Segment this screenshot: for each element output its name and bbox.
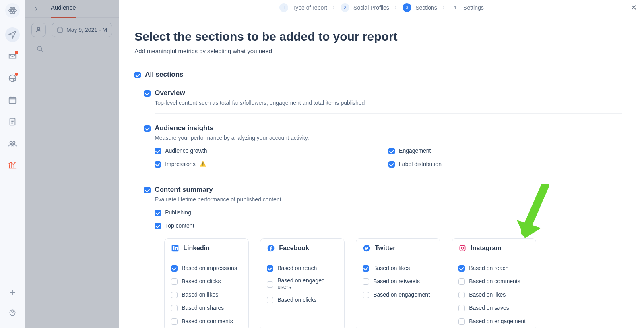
svg-point-13 bbox=[37, 46, 42, 51]
network-card-linkedin: LinkedinBased on impressionsBased on cli… bbox=[164, 238, 249, 328]
date-range-label: May 9, 2021 - M bbox=[66, 27, 107, 33]
checkbox-instagram-opt-1[interactable] bbox=[458, 278, 465, 285]
nav-help-icon[interactable] bbox=[5, 305, 20, 320]
option-label: Based on likes bbox=[469, 291, 506, 298]
nav-calendar-icon[interactable] bbox=[5, 93, 20, 107]
network-card-instagram: InstagramBased on reachBased on comments… bbox=[452, 238, 536, 328]
svg-point-9 bbox=[12, 141, 14, 144]
checkbox-twitter-opt-2[interactable] bbox=[363, 292, 369, 298]
wizard-stepper: 1 Type of report › 2 Social Profiles › 3… bbox=[119, 0, 644, 15]
svg-rect-6 bbox=[9, 98, 16, 104]
background-panel: Audience May 9, 2021 - M bbox=[25, 0, 119, 328]
profile-picker-button[interactable] bbox=[31, 23, 46, 37]
close-icon[interactable]: ✕ bbox=[631, 3, 637, 12]
step-1[interactable]: 1 Type of report bbox=[279, 3, 327, 12]
option-label: Based on likes bbox=[182, 291, 218, 298]
step-4[interactable]: 4 Settings bbox=[450, 3, 484, 12]
checkbox-overview[interactable] bbox=[144, 90, 151, 97]
step-2[interactable]: 2 Social Profiles bbox=[341, 3, 389, 12]
app-logo[interactable] bbox=[5, 3, 20, 18]
report-sections-modal: 1 Type of report › 2 Social Profiles › 3… bbox=[119, 0, 644, 328]
nav-add-icon[interactable] bbox=[7, 287, 18, 298]
nav-rail bbox=[0, 0, 25, 328]
network-card-header: Facebook bbox=[260, 239, 344, 258]
group-desc-overview: Top-level content such as total fans/fol… bbox=[155, 100, 644, 106]
checkbox-linkedin-opt-3[interactable] bbox=[171, 305, 178, 311]
option-label: Based on clicks bbox=[277, 297, 316, 303]
checkbox-facebook-opt-0[interactable] bbox=[267, 265, 273, 272]
checkbox-engagement[interactable] bbox=[388, 148, 395, 154]
option-label: Based on comments bbox=[469, 278, 520, 284]
network-name: Linkedin bbox=[183, 245, 210, 252]
chevron-right-icon: › bbox=[333, 4, 335, 11]
checkbox-instagram-opt-4[interactable] bbox=[458, 318, 465, 325]
svg-rect-12 bbox=[58, 28, 62, 32]
network-card-facebook: FacebookBased on reachBased on engaged u… bbox=[260, 238, 345, 328]
page-subtitle: Add meaningful metrics by selecting what… bbox=[134, 48, 644, 54]
step-3[interactable]: 3 Sections bbox=[402, 3, 437, 12]
checkbox-linkedin-opt-4[interactable] bbox=[171, 318, 178, 325]
nav-inbox-icon[interactable] bbox=[5, 49, 20, 64]
checkbox-content-summary[interactable] bbox=[144, 187, 151, 193]
all-sections-label: All sections bbox=[145, 71, 183, 79]
group-desc-audience: Measure your performance by analyzing yo… bbox=[155, 135, 644, 141]
checkbox-top-content[interactable] bbox=[155, 223, 161, 229]
page-title: Select the sections to be added to your … bbox=[134, 30, 644, 44]
svg-point-18 bbox=[461, 247, 464, 249]
checkbox-instagram-opt-2[interactable] bbox=[458, 292, 465, 298]
option-label: Based on engaged users bbox=[277, 277, 338, 290]
chevron-right-icon: › bbox=[443, 4, 445, 11]
network-card-header: Twitter bbox=[356, 239, 440, 258]
checkbox-twitter-opt-0[interactable] bbox=[363, 265, 369, 272]
date-range-picker[interactable]: May 9, 2021 - M bbox=[52, 23, 112, 37]
group-title-overview: Overview bbox=[155, 89, 185, 97]
checkbox-impressions[interactable] bbox=[155, 161, 161, 168]
option-label: Based on reach bbox=[469, 265, 508, 271]
nav-team-icon[interactable] bbox=[5, 136, 20, 151]
nav-monitor-icon[interactable] bbox=[5, 71, 20, 85]
option-label: Based on shares bbox=[182, 305, 224, 311]
checkbox-instagram-opt-3[interactable] bbox=[458, 305, 465, 311]
checkbox-linkedin-opt-1[interactable] bbox=[171, 278, 178, 285]
svg-point-0 bbox=[11, 9, 14, 12]
svg-point-11 bbox=[37, 27, 40, 30]
warning-icon: ⚠️ bbox=[200, 161, 206, 167]
option-label: Based on retweets bbox=[373, 278, 420, 284]
checkbox-instagram-opt-0[interactable] bbox=[458, 265, 465, 272]
checkbox-all-sections[interactable] bbox=[134, 72, 141, 78]
chevron-right-icon: › bbox=[395, 4, 397, 11]
svg-point-8 bbox=[10, 141, 12, 144]
svg-point-19 bbox=[464, 246, 464, 247]
group-title-content: Content summary bbox=[155, 186, 213, 194]
option-label: Based on clicks bbox=[182, 278, 221, 284]
checkbox-audience-growth[interactable] bbox=[155, 148, 161, 154]
nav-compose-icon[interactable] bbox=[5, 27, 20, 42]
search-icon[interactable] bbox=[36, 45, 43, 52]
checkbox-label-distribution[interactable] bbox=[388, 161, 395, 168]
network-card-twitter: TwitterBased on likesBased on retweetsBa… bbox=[356, 238, 440, 328]
group-title-audience: Audience insights bbox=[155, 124, 213, 132]
nav-notes-icon[interactable] bbox=[5, 114, 20, 129]
checkbox-linkedin-opt-0[interactable] bbox=[171, 265, 178, 272]
option-label: Based on reach bbox=[277, 265, 317, 271]
checkbox-facebook-opt-1[interactable] bbox=[267, 281, 273, 288]
option-label: Based on comments bbox=[182, 318, 233, 324]
tab-audience[interactable]: Audience bbox=[51, 4, 76, 13]
svg-point-5 bbox=[13, 79, 15, 81]
checkbox-twitter-opt-1[interactable] bbox=[363, 278, 369, 285]
group-desc-content: Evaluate lifetime performance of publish… bbox=[155, 196, 644, 203]
checkbox-facebook-opt-2[interactable] bbox=[267, 297, 273, 303]
network-name: Twitter bbox=[375, 245, 395, 252]
network-card-header: Instagram bbox=[452, 239, 536, 258]
network-name: Facebook bbox=[279, 245, 309, 252]
nav-analytics-icon[interactable] bbox=[5, 158, 20, 172]
checkbox-publishing[interactable] bbox=[155, 210, 161, 216]
option-label: Based on engagement bbox=[373, 291, 430, 298]
option-label: Based on impressions bbox=[182, 265, 237, 271]
network-card-header: Linkedin bbox=[165, 239, 248, 258]
back-chevron-icon[interactable] bbox=[31, 4, 41, 14]
checkbox-audience-insights[interactable] bbox=[144, 125, 151, 132]
checkbox-linkedin-opt-2[interactable] bbox=[171, 292, 178, 298]
option-label: Based on likes bbox=[373, 265, 410, 271]
option-label: Based on engagement bbox=[469, 318, 526, 324]
